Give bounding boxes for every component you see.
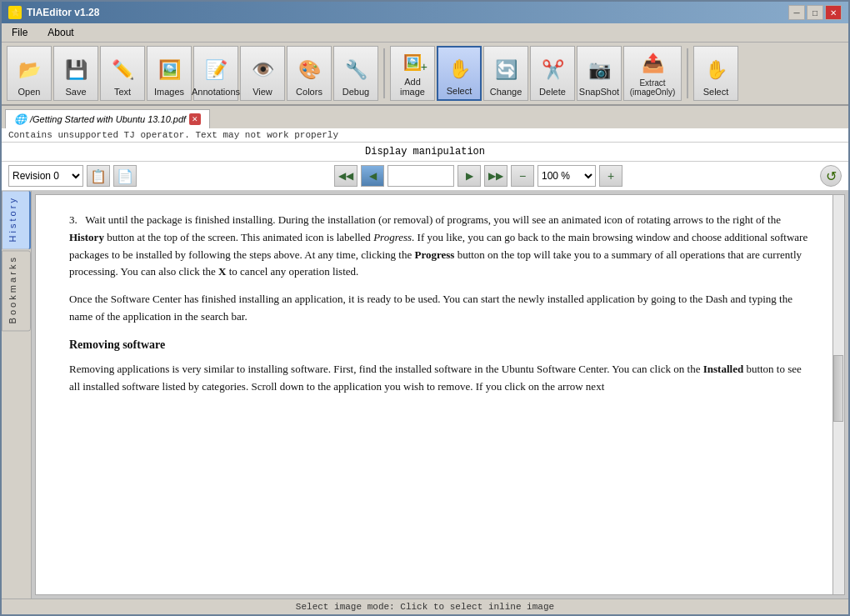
main-window: ⭐ TIAEditor v1.28 ─ □ ✕ File About 📂 Ope… bbox=[0, 0, 850, 616]
tab-icon: 🌐 bbox=[14, 113, 27, 125]
display-header: Display manipulation bbox=[2, 143, 848, 162]
history-tab[interactable]: H i s t o r y bbox=[2, 191, 31, 250]
section-title: Removing software bbox=[69, 336, 811, 354]
annotations-icon: 📝 bbox=[201, 55, 231, 85]
toolbar: 📂 Open 💾 Save ✏️ Text 🖼️ Images 📝 Annota… bbox=[2, 43, 848, 106]
debug-label: Debug bbox=[342, 87, 369, 97]
annotations-label: Annotations bbox=[192, 87, 240, 97]
nav-bar: Revision 0 📋 📄 ◀◀ ◀ 100 / 151 ▶ ▶▶ − 100… bbox=[2, 162, 848, 191]
title-bar-left: ⭐ TIAEditor v1.28 bbox=[8, 6, 99, 19]
title-buttons: ─ □ ✕ bbox=[788, 5, 842, 20]
text-icon: ✏️ bbox=[108, 55, 138, 85]
zoom-out-button[interactable]: − bbox=[511, 165, 534, 187]
images-icon: 🖼️ bbox=[154, 55, 184, 85]
select2-icon: ✋ bbox=[701, 55, 731, 85]
colors-icon: 🎨 bbox=[294, 55, 324, 85]
bookmarks-tab[interactable]: B o o k m a r k s bbox=[2, 250, 31, 331]
revision-select[interactable]: Revision 0 bbox=[8, 165, 83, 187]
add-image-label: Add image bbox=[392, 77, 432, 97]
debug-button[interactable]: 🔧 Debug bbox=[333, 46, 378, 101]
delete-button[interactable]: ✂️ Delete bbox=[530, 46, 575, 101]
save-button[interactable]: 💾 Save bbox=[53, 46, 98, 101]
open-icon: 📂 bbox=[14, 55, 44, 85]
select1-button[interactable]: ✋ Select bbox=[437, 46, 482, 101]
debug-icon: 🔧 bbox=[341, 55, 371, 85]
menu-about[interactable]: About bbox=[41, 25, 80, 40]
pdf-viewer: 3. Wait until the package is finished in… bbox=[35, 194, 845, 595]
change-button[interactable]: 🔄 Change bbox=[483, 46, 528, 101]
menu-file[interactable]: File bbox=[5, 25, 34, 40]
nav-clip-copy-button[interactable]: 📋 bbox=[87, 165, 110, 187]
save-icon: 💾 bbox=[61, 55, 91, 85]
status-text: Select image mode: Click to select inlin… bbox=[296, 602, 554, 612]
select2-label: Select bbox=[703, 87, 729, 97]
nav-clip-paste-button[interactable]: 📄 bbox=[113, 165, 137, 187]
text-button[interactable]: ✏️ Text bbox=[100, 46, 145, 101]
save-label: Save bbox=[65, 87, 86, 97]
app-icon: ⭐ bbox=[8, 6, 22, 19]
warning-text: Contains unsupported TJ operator. Text m… bbox=[8, 130, 338, 140]
delete-label: Delete bbox=[539, 87, 566, 97]
extract-label: Extract(imageOnly) bbox=[630, 78, 675, 97]
tab-label: /Getting Started with Ubuntu 13.10.pdf bbox=[30, 114, 186, 124]
tab-bar: 🌐 /Getting Started with Ubuntu 13.10.pdf… bbox=[2, 106, 848, 128]
images-button[interactable]: 🖼️ Images bbox=[147, 46, 192, 101]
minimize-button[interactable]: ─ bbox=[788, 5, 805, 20]
status-bar: Select image mode: Click to select inlin… bbox=[2, 598, 848, 614]
scrollbar-track bbox=[832, 195, 844, 594]
delete-icon: ✂️ bbox=[538, 55, 568, 85]
annotations-button[interactable]: 📝 Annotations bbox=[193, 46, 238, 101]
snapshot-icon: 📷 bbox=[584, 55, 614, 85]
refresh-button[interactable]: ↺ bbox=[820, 165, 842, 187]
display-header-text: Display manipulation bbox=[365, 146, 485, 158]
scrollbar-thumb[interactable] bbox=[833, 355, 843, 422]
change-icon: 🔄 bbox=[491, 55, 521, 85]
toolbar-separator-1 bbox=[383, 48, 385, 98]
add-image-icon: 🖼️+ bbox=[398, 50, 428, 75]
select2-button[interactable]: ✋ Select bbox=[693, 46, 738, 101]
warning-bar: Contains unsupported TJ operator. Text m… bbox=[2, 128, 848, 143]
extract-icon: 📤 bbox=[638, 50, 668, 77]
content-area: H i s t o r y B o o k m a r k s 3. Wait … bbox=[2, 191, 848, 598]
pdf-content: 3. Wait until the package is finished in… bbox=[36, 195, 844, 423]
paragraph-1: 3. Wait until the package is finished in… bbox=[69, 212, 811, 281]
toolbar-separator-2 bbox=[687, 48, 688, 98]
title-bar: ⭐ TIAEditor v1.28 ─ □ ✕ bbox=[2, 2, 848, 23]
select1-icon: ✋ bbox=[444, 54, 474, 84]
select1-label: Select bbox=[447, 86, 472, 96]
colors-label: Colors bbox=[296, 87, 322, 97]
nav-prev-button[interactable]: ◀ bbox=[361, 165, 384, 187]
colors-button[interactable]: 🎨 Colors bbox=[287, 46, 332, 101]
side-panel: H i s t o r y B o o k m a r k s bbox=[2, 191, 32, 598]
page-display[interactable]: 100 / 151 bbox=[388, 165, 454, 187]
zoom-in-button[interactable]: + bbox=[599, 165, 622, 187]
images-label: Images bbox=[154, 87, 184, 97]
extract-button[interactable]: 📤 Extract(imageOnly) bbox=[623, 46, 682, 101]
snapshot-label: SnapShot bbox=[579, 87, 619, 97]
change-label: Change bbox=[490, 87, 522, 97]
nav-first-button[interactable]: ◀◀ bbox=[334, 165, 358, 187]
pdf-tab[interactable]: 🌐 /Getting Started with Ubuntu 13.10.pdf… bbox=[5, 109, 210, 128]
open-button[interactable]: 📂 Open bbox=[7, 46, 52, 101]
open-label: Open bbox=[18, 87, 41, 97]
paragraph-2: Once the Software Center has finished in… bbox=[69, 291, 811, 326]
zoom-select[interactable]: 100 % bbox=[538, 165, 596, 187]
nav-next-button[interactable]: ▶ bbox=[458, 165, 481, 187]
view-label: View bbox=[252, 87, 272, 97]
paragraph-3: Removing applications is very similar to… bbox=[69, 361, 811, 396]
view-button[interactable]: 👁️ View bbox=[240, 46, 285, 101]
add-image-button[interactable]: 🖼️+ Add image bbox=[390, 46, 435, 101]
tab-close-button[interactable]: ✕ bbox=[189, 113, 201, 125]
text-label: Text bbox=[114, 87, 131, 97]
window-title: TIAEditor v1.28 bbox=[27, 7, 99, 18]
maximize-button[interactable]: □ bbox=[807, 5, 823, 20]
snapshot-button[interactable]: 📷 SnapShot bbox=[577, 46, 622, 101]
nav-last-button[interactable]: ▶▶ bbox=[484, 165, 508, 187]
close-button[interactable]: ✕ bbox=[825, 5, 842, 20]
view-icon: 👁️ bbox=[248, 55, 278, 85]
menu-bar: File About bbox=[2, 23, 848, 43]
